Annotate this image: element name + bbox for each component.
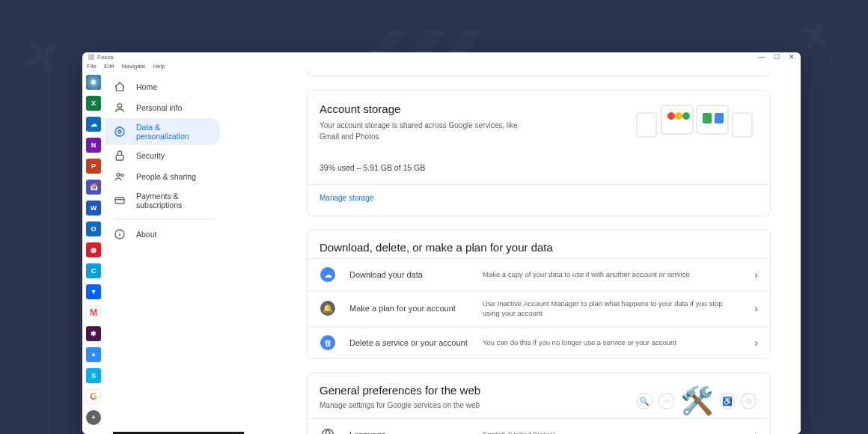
row-desc: Use Inactive Account Manager to plan wha… <box>483 299 741 319</box>
app-launcher-icon[interactable]: ● <box>86 347 101 362</box>
row-label: Delete a service or your account <box>349 338 469 347</box>
svg-point-1 <box>118 130 121 133</box>
app-launcher-icon[interactable]: S <box>86 368 101 383</box>
lock-icon <box>114 150 126 162</box>
globe-icon <box>320 427 336 434</box>
app-launcher-icon[interactable]: ◉ <box>86 242 101 257</box>
app-launcher-icon[interactable]: 📅 <box>86 180 101 195</box>
app-launcher-icon[interactable]: N <box>86 138 101 153</box>
svg-point-5 <box>121 174 123 176</box>
row-desc: Make a copy of your data to use it with … <box>483 269 741 279</box>
svg-rect-8 <box>637 113 656 137</box>
nav-label: Data & personalization <box>136 123 211 141</box>
nav-item-about[interactable]: About <box>105 224 220 245</box>
close-button[interactable]: ✕ <box>789 53 795 61</box>
svg-point-2 <box>115 127 124 136</box>
svg-rect-16 <box>715 113 724 123</box>
data-plan-row[interactable]: 🗑Delete a service or your accountYou can… <box>308 326 770 358</box>
menu-help[interactable]: Help <box>153 63 165 70</box>
svg-point-0 <box>117 104 121 108</box>
titlebar: Focos — ☐ ✕ <box>82 52 801 61</box>
nav-item-data-personalization[interactable]: Data & personalization <box>105 118 220 145</box>
row-icon: ☁ <box>320 266 336 283</box>
nav-item-payments-subscriptions[interactable]: Payments & subscriptions <box>105 187 220 214</box>
data-icon <box>114 126 126 138</box>
minimize-button[interactable]: — <box>758 53 765 61</box>
svg-point-13 <box>675 112 682 120</box>
app-launcher-icon[interactable]: W <box>86 201 101 216</box>
chevron-right-icon: › <box>754 269 758 281</box>
nav-item-people-sharing[interactable]: People & sharing <box>105 166 220 187</box>
nav-label: People & sharing <box>136 172 196 181</box>
nav-item-personal-info[interactable]: Personal info <box>105 97 220 118</box>
person-icon <box>114 102 126 114</box>
settings-content[interactable]: Account storage Your account storage is … <box>224 70 801 434</box>
app-launcher-icon[interactable]: M <box>86 305 101 320</box>
nav-label: Personal info <box>136 103 182 112</box>
language-value: English (United States) <box>483 430 741 434</box>
data-plan-row[interactable]: 🔔Make a plan for your accountUse Inactiv… <box>308 290 770 326</box>
nav-divider <box>114 218 216 219</box>
row-icon: 🗑 <box>320 334 336 351</box>
svg-rect-6 <box>115 198 124 204</box>
app-launcher-icon[interactable]: C <box>86 263 101 278</box>
menubar: File Edit Navigate Help <box>82 61 801 70</box>
app-launcher-icon[interactable]: G <box>86 389 101 404</box>
maximize-button[interactable]: ☐ <box>774 53 780 61</box>
chevron-right-icon: › <box>754 429 758 434</box>
data-plan-title: Download, delete, or make a plan for you… <box>308 230 770 258</box>
titlebar-title: Focos <box>97 54 758 61</box>
menu-navigate[interactable]: Navigate <box>122 63 146 70</box>
data-plan-row[interactable]: ☁Download your dataMake a copy of your d… <box>308 258 770 290</box>
chevron-right-icon: › <box>754 337 758 349</box>
nav-item-security[interactable]: Security <box>105 145 220 166</box>
nav-item-home[interactable]: Home <box>105 76 220 97</box>
chevron-right-icon: › <box>754 302 758 314</box>
row-desc: You can do this if you no longer use a s… <box>483 337 741 347</box>
info-icon <box>114 228 126 240</box>
nav-label: About <box>136 230 156 239</box>
nav-label: Security <box>136 151 165 160</box>
svg-point-12 <box>667 112 675 120</box>
svg-point-14 <box>682 112 690 120</box>
svg-rect-9 <box>733 113 752 137</box>
settings-nav: HomePersonal infoData & personalizationS… <box>105 70 224 434</box>
language-label: Language <box>349 430 469 434</box>
app-launcher-icon[interactable]: ☁ <box>86 117 101 132</box>
app-sidebar: ✱X☁NP📅WO◉C▼M✱●SG+ <box>82 70 105 434</box>
previous-card-edge <box>307 70 771 76</box>
storage-desc: Your account storage is shared across Go… <box>320 120 522 142</box>
svg-rect-10 <box>661 106 693 134</box>
account-storage-card: Account storage Your account storage is … <box>307 90 771 216</box>
app-launcher-icon[interactable]: ✱ <box>86 75 101 90</box>
app-launcher-icon[interactable]: ▼ <box>86 284 101 299</box>
menu-file[interactable]: File <box>87 63 97 70</box>
data-plan-card: Download, delete, or make a plan for you… <box>307 230 771 359</box>
storage-illustration-icon <box>635 101 755 141</box>
app-launcher-icon[interactable]: ✱ <box>86 326 101 341</box>
app-window: Focos — ☐ ✕ File Edit Navigate Help ✱X☁N… <box>82 52 801 434</box>
prefs-illustration-icon: 🔍 ✉ 🛠️ ♿ ⚙ <box>637 381 757 422</box>
app-logo-icon <box>88 54 94 60</box>
menu-edit[interactable]: Edit <box>104 63 114 70</box>
row-label: Download your data <box>349 270 469 279</box>
manage-storage-link[interactable]: Manage storage <box>308 184 770 202</box>
nav-label: Home <box>136 82 157 91</box>
app-launcher-icon[interactable]: + <box>86 410 101 425</box>
row-icon: 🔔 <box>320 300 336 317</box>
row-label: Make a plan for your account <box>349 304 469 313</box>
svg-rect-3 <box>116 155 123 160</box>
svg-point-4 <box>117 173 120 176</box>
app-launcher-icon[interactable]: X <box>86 96 101 111</box>
app-launcher-icon[interactable]: O <box>86 221 101 236</box>
people-icon <box>114 171 126 183</box>
storage-used: 39% used – 5.91 GB of 15 GB <box>320 163 758 172</box>
card-icon <box>114 195 126 207</box>
nav-label: Payments & subscriptions <box>136 192 211 210</box>
svg-rect-15 <box>703 113 712 123</box>
app-launcher-icon[interactable]: P <box>86 159 101 174</box>
general-prefs-card: General preferences for the web Manage s… <box>307 373 771 434</box>
home-icon <box>114 81 126 93</box>
